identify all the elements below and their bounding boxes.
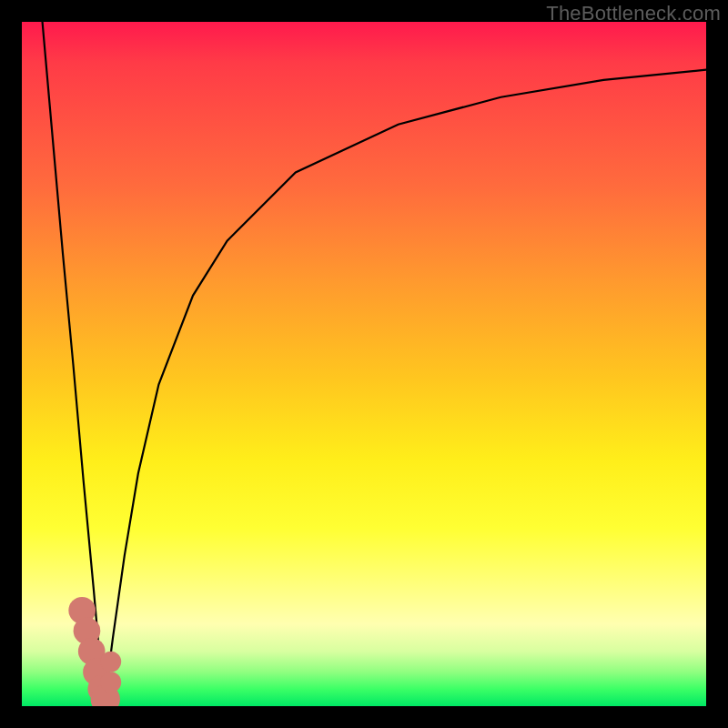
chart-frame: TheBottleneck.com bbox=[0, 0, 728, 728]
plot-area bbox=[22, 22, 706, 706]
watermark-text: TheBottleneck.com bbox=[546, 2, 721, 25]
curve-layer bbox=[22, 22, 706, 706]
data-marker bbox=[100, 652, 121, 672]
data-marker bbox=[100, 672, 121, 693]
curve-right-branch bbox=[104, 70, 706, 706]
marker-layer bbox=[68, 597, 121, 706]
